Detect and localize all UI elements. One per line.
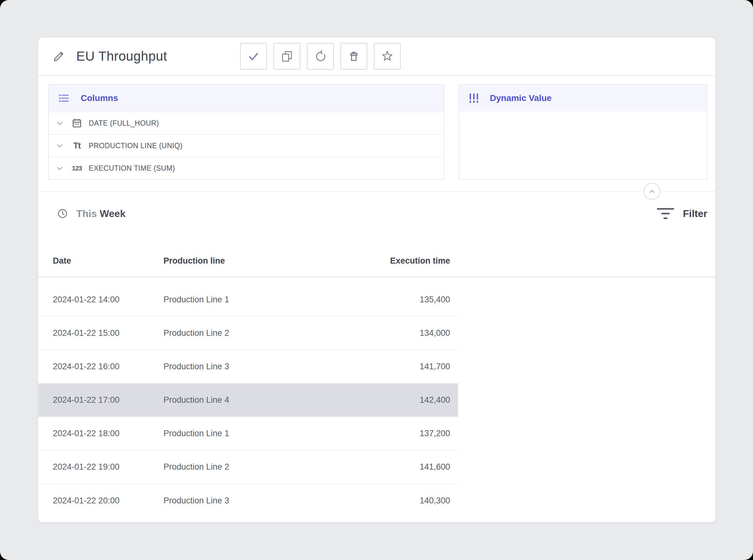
collapse-button[interactable] [644,183,660,200]
config-panels: Columns DATE (FULL_HOUR) Tt [38,76,715,180]
star-icon [381,50,394,63]
check-icon [247,50,260,63]
time-range-selector[interactable]: This Week [76,208,126,220]
cell-date: 2024-01-22 15:00 [38,328,163,338]
cell-execution-time: 134,000 [329,328,458,338]
dynamic-value-panel-header: Dynamic Value [459,85,707,112]
text-type-icon: Tt [69,141,84,151]
cell-execution-time: 137,200 [329,429,458,438]
dynamic-value-dropzone[interactable] [459,112,707,179]
cell-date: 2024-01-22 19:00 [38,462,163,472]
columns-panel-title: Columns [81,93,118,103]
favorite-button[interactable] [374,43,401,70]
dynamic-value-panel-title: Dynamic Value [490,93,552,103]
column-item-date[interactable]: DATE (FULL_HOUR) [49,112,444,134]
table-row[interactable]: 2024-01-22 14:00 Production Line 1 135,4… [38,283,458,317]
cell-execution-time: 141,600 [329,462,458,472]
refresh-icon [314,50,327,63]
cell-execution-time: 135,400 [329,295,458,304]
cell-date: 2024-01-22 14:00 [38,295,163,304]
column-item-execution-time[interactable]: 123 EXECUTION TIME (SUM) [49,157,444,179]
toolbar [240,43,401,70]
refresh-button[interactable] [307,43,334,70]
table-row[interactable]: 2024-01-22 19:00 Production Line 2 141,6… [38,451,458,484]
table-header: Date Production line Execution time [38,250,458,272]
exclamations-icon [467,92,481,105]
cell-execution-time: 141,700 [329,362,458,372]
chevron-down-icon [54,163,65,174]
filter-button-label: Filter [683,208,707,220]
table-body: 2024-01-22 14:00 Production Line 1 135,4… [38,283,715,518]
table-header-execution-time: Execution time [329,256,458,266]
columns-panel-header: Columns [49,85,444,112]
clock-icon [57,208,68,219]
dynamic-value-panel: Dynamic Value [459,84,707,180]
cell-date: 2024-01-22 18:00 [38,429,163,438]
filter-button[interactable]: Filter [657,207,707,220]
column-item-label: PRODUCTION LINE (UNIQ) [89,142,183,150]
list-icon [57,92,71,104]
table-header-date: Date [38,256,163,266]
number-type-icon: 123 [69,164,84,172]
chevron-down-icon [54,118,65,128]
title-bar: EU Throughput [38,38,715,76]
page-background: EU Throughput [0,0,753,560]
copy-icon [280,50,293,63]
filter-lines-icon [657,207,674,220]
cell-production-line: Production Line 3 [163,496,329,506]
pencil-icon[interactable] [53,50,66,63]
confirm-button[interactable] [240,43,267,70]
table-header-divider [38,276,715,278]
cell-production-line: Production Line 4 [163,395,329,405]
delete-button[interactable] [340,43,367,70]
column-item-label: EXECUTION TIME (SUM) [89,164,175,173]
table-row[interactable]: 2024-01-22 20:00 Production Line 3 140,3… [38,484,458,518]
section-divider [38,191,715,192]
cell-date: 2024-01-22 16:00 [38,362,163,372]
table-header-production-line: Production line [163,256,329,266]
duplicate-button[interactable] [273,43,300,70]
table-row[interactable]: 2024-01-22 17:00 Production Line 4 142,4… [38,384,458,417]
page-title: EU Throughput [76,49,167,64]
cell-production-line: Production Line 1 [163,429,329,438]
column-item-production-line[interactable]: Tt PRODUCTION LINE (UNIQ) [49,134,444,157]
chevron-up-icon [647,187,657,196]
cell-execution-time: 142,400 [329,395,458,405]
calendar-icon [69,118,84,129]
column-item-label: DATE (FULL_HOUR) [89,119,159,127]
table-row[interactable]: 2024-01-22 16:00 Production Line 3 141,7… [38,350,458,384]
cell-production-line: Production Line 2 [163,462,329,472]
table-row[interactable]: 2024-01-22 15:00 Production Line 2 134,0… [38,317,458,350]
trash-icon [347,50,360,63]
filter-bar: This Week Filter [38,203,715,224]
cell-production-line: Production Line 1 [163,295,329,304]
chevron-down-icon [54,140,65,151]
time-range-suffix: Week [100,208,126,219]
report-card: EU Throughput [38,38,715,522]
cell-production-line: Production Line 3 [163,362,329,372]
cell-date: 2024-01-22 17:00 [38,395,163,405]
cell-date: 2024-01-22 20:00 [38,496,163,506]
table-row[interactable]: 2024-01-22 18:00 Production Line 1 137,2… [38,417,458,451]
time-range-prefix: This [76,208,97,219]
columns-panel: Columns DATE (FULL_HOUR) Tt [48,84,444,180]
cell-execution-time: 140,300 [329,496,458,506]
cell-production-line: Production Line 2 [163,328,329,338]
